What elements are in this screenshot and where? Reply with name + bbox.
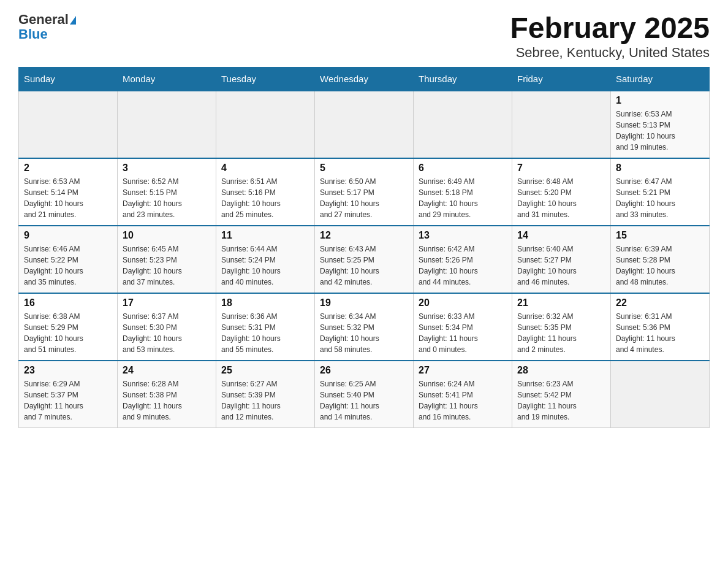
day-info: Sunrise: 6:39 AMSunset: 5:28 PMDaylight:… xyxy=(616,243,704,288)
logo-triangle-icon xyxy=(70,16,76,25)
day-info: Sunrise: 6:25 AMSunset: 5:40 PMDaylight:… xyxy=(320,378,408,423)
day-number: 22 xyxy=(616,297,704,308)
day-info: Sunrise: 6:38 AMSunset: 5:29 PMDaylight:… xyxy=(24,311,112,355)
calendar-cell: 26Sunrise: 6:25 AMSunset: 5:40 PMDayligh… xyxy=(315,361,414,428)
calendar-cell: 6Sunrise: 6:49 AMSunset: 5:18 PMDaylight… xyxy=(414,158,512,226)
day-info: Sunrise: 6:29 AMSunset: 5:37 PMDaylight:… xyxy=(24,378,112,423)
day-number: 4 xyxy=(221,163,309,174)
week-row-3: 9Sunrise: 6:46 AMSunset: 5:22 PMDaylight… xyxy=(19,226,710,293)
day-info: Sunrise: 6:48 AMSunset: 5:20 PMDaylight:… xyxy=(517,176,605,220)
day-info: Sunrise: 6:43 AMSunset: 5:25 PMDaylight:… xyxy=(320,243,408,288)
day-info: Sunrise: 6:40 AMSunset: 5:27 PMDaylight:… xyxy=(517,243,605,288)
day-number: 2 xyxy=(24,163,112,174)
day-number: 10 xyxy=(123,230,211,241)
day-number: 28 xyxy=(517,365,605,376)
calendar-cell: 16Sunrise: 6:38 AMSunset: 5:29 PMDayligh… xyxy=(19,293,118,361)
col-header-tuesday: Tuesday xyxy=(216,67,315,91)
day-info: Sunrise: 6:23 AMSunset: 5:42 PMDaylight:… xyxy=(517,378,605,423)
calendar-cell: 10Sunrise: 6:45 AMSunset: 5:23 PMDayligh… xyxy=(118,226,216,293)
calendar-cell xyxy=(414,91,512,158)
week-row-2: 2Sunrise: 6:53 AMSunset: 5:14 PMDaylight… xyxy=(19,158,710,226)
calendar-cell xyxy=(611,361,710,428)
day-number: 15 xyxy=(616,230,704,241)
day-number: 19 xyxy=(320,297,408,308)
day-number: 26 xyxy=(320,365,408,376)
col-header-friday: Friday xyxy=(512,67,611,91)
day-number: 9 xyxy=(24,230,112,241)
day-number: 6 xyxy=(419,163,507,174)
calendar-cell: 9Sunrise: 6:46 AMSunset: 5:22 PMDaylight… xyxy=(19,226,118,293)
day-number: 13 xyxy=(419,230,507,241)
day-number: 5 xyxy=(320,163,408,174)
day-info: Sunrise: 6:32 AMSunset: 5:35 PMDaylight:… xyxy=(517,311,605,355)
calendar-cell: 14Sunrise: 6:40 AMSunset: 5:27 PMDayligh… xyxy=(512,226,611,293)
page-header: General Blue February 2025 Sebree, Kentu… xyxy=(18,12,710,61)
day-info: Sunrise: 6:46 AMSunset: 5:22 PMDaylight:… xyxy=(24,243,112,288)
day-number: 16 xyxy=(24,297,112,308)
calendar-cell: 2Sunrise: 6:53 AMSunset: 5:14 PMDaylight… xyxy=(19,158,118,226)
calendar-cell: 3Sunrise: 6:52 AMSunset: 5:15 PMDaylight… xyxy=(118,158,216,226)
calendar-cell: 4Sunrise: 6:51 AMSunset: 5:16 PMDaylight… xyxy=(216,158,315,226)
day-info: Sunrise: 6:36 AMSunset: 5:31 PMDaylight:… xyxy=(221,311,309,355)
day-number: 25 xyxy=(221,365,309,376)
day-number: 11 xyxy=(221,230,309,241)
day-info: Sunrise: 6:24 AMSunset: 5:41 PMDaylight:… xyxy=(419,378,507,423)
calendar-cell: 23Sunrise: 6:29 AMSunset: 5:37 PMDayligh… xyxy=(19,361,118,428)
calendar-cell: 17Sunrise: 6:37 AMSunset: 5:30 PMDayligh… xyxy=(118,293,216,361)
calendar-cell: 5Sunrise: 6:50 AMSunset: 5:17 PMDaylight… xyxy=(315,158,414,226)
day-info: Sunrise: 6:47 AMSunset: 5:21 PMDaylight:… xyxy=(616,176,704,220)
calendar-cell: 22Sunrise: 6:31 AMSunset: 5:36 PMDayligh… xyxy=(611,293,710,361)
logo-blue-text: Blue xyxy=(18,27,48,42)
day-info: Sunrise: 6:51 AMSunset: 5:16 PMDaylight:… xyxy=(221,176,309,220)
day-number: 21 xyxy=(517,297,605,308)
day-number: 8 xyxy=(616,163,704,174)
week-row-4: 16Sunrise: 6:38 AMSunset: 5:29 PMDayligh… xyxy=(19,293,710,361)
day-number: 14 xyxy=(517,230,605,241)
day-info: Sunrise: 6:28 AMSunset: 5:38 PMDaylight:… xyxy=(123,378,211,423)
calendar-cell xyxy=(512,91,611,158)
day-info: Sunrise: 6:33 AMSunset: 5:34 PMDaylight:… xyxy=(419,311,507,355)
day-number: 23 xyxy=(24,365,112,376)
logo-general-text: General xyxy=(18,12,69,27)
calendar-table: SundayMondayTuesdayWednesdayThursdayFrid… xyxy=(18,67,710,429)
week-row-5: 23Sunrise: 6:29 AMSunset: 5:37 PMDayligh… xyxy=(19,361,710,428)
col-header-saturday: Saturday xyxy=(611,67,710,91)
calendar-cell: 11Sunrise: 6:44 AMSunset: 5:24 PMDayligh… xyxy=(216,226,315,293)
col-header-thursday: Thursday xyxy=(414,67,512,91)
day-number: 27 xyxy=(419,365,507,376)
calendar-cell: 12Sunrise: 6:43 AMSunset: 5:25 PMDayligh… xyxy=(315,226,414,293)
day-number: 7 xyxy=(517,163,605,174)
calendar-cell: 13Sunrise: 6:42 AMSunset: 5:26 PMDayligh… xyxy=(414,226,512,293)
day-number: 24 xyxy=(123,365,211,376)
day-number: 3 xyxy=(123,163,211,174)
calendar-cell: 15Sunrise: 6:39 AMSunset: 5:28 PMDayligh… xyxy=(611,226,710,293)
calendar-cell: 20Sunrise: 6:33 AMSunset: 5:34 PMDayligh… xyxy=(414,293,512,361)
day-number: 20 xyxy=(419,297,507,308)
week-row-1: 1Sunrise: 6:53 AMSunset: 5:13 PMDaylight… xyxy=(19,91,710,158)
day-info: Sunrise: 6:50 AMSunset: 5:17 PMDaylight:… xyxy=(320,176,408,220)
calendar-header-row: SundayMondayTuesdayWednesdayThursdayFrid… xyxy=(19,67,710,91)
day-info: Sunrise: 6:45 AMSunset: 5:23 PMDaylight:… xyxy=(123,243,211,288)
day-number: 17 xyxy=(123,297,211,308)
calendar-cell: 27Sunrise: 6:24 AMSunset: 5:41 PMDayligh… xyxy=(414,361,512,428)
calendar-cell xyxy=(315,91,414,158)
col-header-sunday: Sunday xyxy=(19,67,118,91)
day-info: Sunrise: 6:53 AMSunset: 5:13 PMDaylight:… xyxy=(616,109,704,153)
col-header-monday: Monday xyxy=(118,67,216,91)
calendar-cell: 8Sunrise: 6:47 AMSunset: 5:21 PMDaylight… xyxy=(611,158,710,226)
title-block: February 2025 Sebree, Kentucky, United S… xyxy=(510,12,710,61)
calendar-cell: 18Sunrise: 6:36 AMSunset: 5:31 PMDayligh… xyxy=(216,293,315,361)
day-info: Sunrise: 6:27 AMSunset: 5:39 PMDaylight:… xyxy=(221,378,309,423)
day-info: Sunrise: 6:44 AMSunset: 5:24 PMDaylight:… xyxy=(221,243,309,288)
calendar-cell xyxy=(19,91,118,158)
calendar-cell xyxy=(216,91,315,158)
day-info: Sunrise: 6:53 AMSunset: 5:14 PMDaylight:… xyxy=(24,176,112,220)
col-header-wednesday: Wednesday xyxy=(315,67,414,91)
calendar-cell: 25Sunrise: 6:27 AMSunset: 5:39 PMDayligh… xyxy=(216,361,315,428)
page-title: February 2025 xyxy=(510,12,710,45)
day-info: Sunrise: 6:52 AMSunset: 5:15 PMDaylight:… xyxy=(123,176,211,220)
calendar-cell: 24Sunrise: 6:28 AMSunset: 5:38 PMDayligh… xyxy=(118,361,216,428)
calendar-cell: 1Sunrise: 6:53 AMSunset: 5:13 PMDaylight… xyxy=(611,91,710,158)
day-number: 12 xyxy=(320,230,408,241)
logo: General Blue xyxy=(18,12,76,42)
